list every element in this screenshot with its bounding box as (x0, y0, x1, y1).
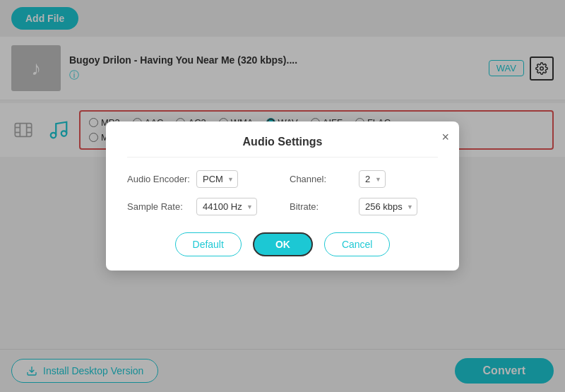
modal-close-button[interactable]: × (441, 130, 449, 145)
modal-title: Audio Settings (127, 136, 438, 158)
audio-settings-modal: × Audio Settings Audio Encoder: PCM MP3 … (106, 121, 459, 271)
bitrate-row: Bitrate: 128 kbps 192 kbps 256 kbps 320 … (290, 198, 438, 215)
encoder-row: Audio Encoder: PCM MP3 AAC (127, 170, 275, 188)
cancel-button[interactable]: Cancel (324, 232, 391, 256)
bitrate-select[interactable]: 128 kbps 192 kbps 256 kbps 320 kbps (359, 198, 417, 215)
encoder-select-wrapper: PCM MP3 AAC (196, 170, 238, 188)
channel-select[interactable]: 1 2 (359, 170, 386, 188)
sample-rate-label: Sample Rate: (127, 201, 191, 212)
settings-grid: Audio Encoder: PCM MP3 AAC Channel: 1 2 (127, 170, 438, 215)
channel-select-wrapper: 1 2 (359, 170, 386, 188)
sample-rate-select[interactable]: 8000 Hz 22050 Hz 44100 Hz 48000 Hz (196, 198, 257, 215)
default-button[interactable]: Default (175, 232, 242, 256)
channel-row: Channel: 1 2 (290, 170, 438, 188)
bitrate-select-wrapper: 128 kbps 192 kbps 256 kbps 320 kbps (359, 198, 417, 215)
encoder-select[interactable]: PCM MP3 AAC (196, 170, 238, 188)
modal-overlay: × Audio Settings Audio Encoder: PCM MP3 … (0, 0, 565, 392)
ok-button[interactable]: OK (253, 232, 313, 256)
channel-label: Channel: (290, 174, 353, 184)
encoder-label: Audio Encoder: (127, 174, 191, 184)
modal-buttons: Default OK Cancel (127, 232, 438, 256)
sample-rate-select-wrapper: 8000 Hz 22050 Hz 44100 Hz 48000 Hz (196, 198, 257, 215)
sample-rate-row: Sample Rate: 8000 Hz 22050 Hz 44100 Hz 4… (127, 198, 275, 215)
bitrate-label: Bitrate: (290, 201, 353, 212)
